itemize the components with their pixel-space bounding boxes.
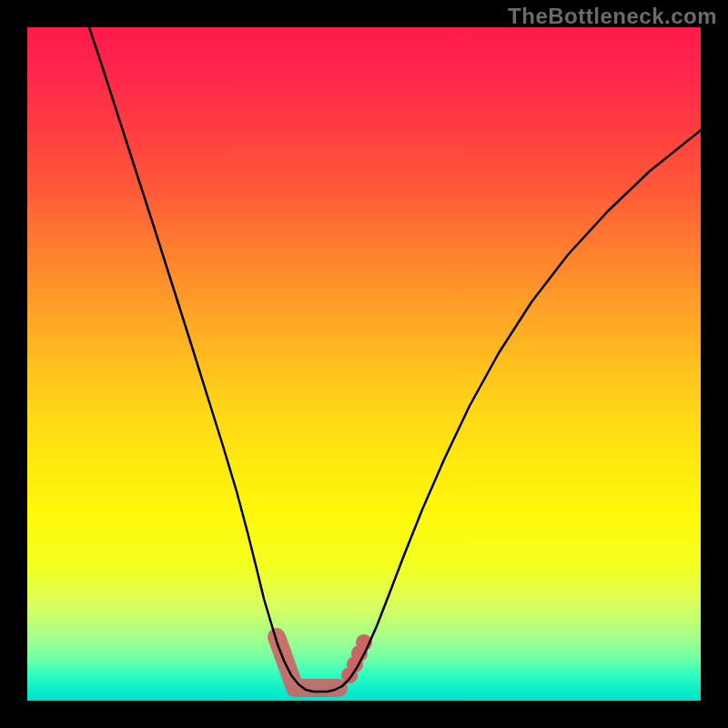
curve-layer bbox=[27, 27, 701, 701]
bottleneck-curve bbox=[89, 27, 701, 692]
watermark-text: TheBottleneck.com bbox=[508, 4, 717, 29]
highlight-dots bbox=[341, 634, 372, 683]
plot-area bbox=[27, 27, 701, 701]
chart-stage: TheBottleneck.com bbox=[0, 0, 728, 728]
